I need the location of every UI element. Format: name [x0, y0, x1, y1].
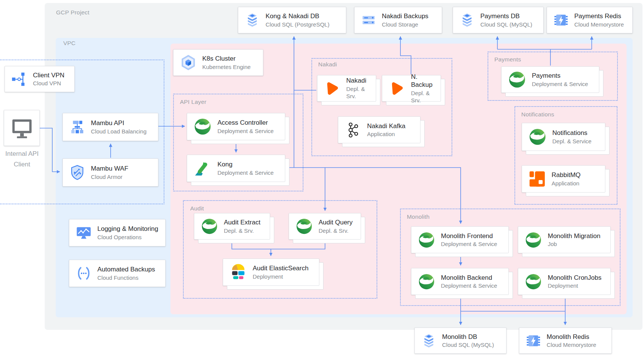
- cloud-functions-icon: [76, 265, 92, 281]
- card-mambu-api: Mambu APICloud Load Balancing: [63, 113, 158, 141]
- kafka-icon: [345, 122, 361, 138]
- cloud-armor-icon: [69, 165, 85, 180]
- card-monolith-redis: Monolith RedisCloud Memorystore: [519, 328, 612, 354]
- cloud-sql-icon: [245, 13, 260, 28]
- green-service-icon: [528, 128, 547, 146]
- card-mambu-waf: Mambu WAFCloud Armor: [63, 158, 158, 187]
- card-payments-service: PaymentsDeployment & Service: [501, 66, 599, 93]
- kong-icon: [194, 159, 212, 177]
- card-automated-backups: Automated BackupsCloud Functions: [69, 260, 166, 287]
- card-payments-redis: Payments RedisCloud Memorystore: [547, 7, 633, 33]
- cloud-memorystore-icon: [526, 333, 541, 348]
- vpc-label: VPC: [63, 40, 75, 47]
- gcp-project-label: GCP Project: [56, 9, 89, 16]
- card-monolith-cronjobs: Monolith CronJobsDeployment: [518, 268, 611, 295]
- card-logging-monitoring: Logging & MonitoringCloud Operations: [69, 219, 166, 246]
- rabbitmq-icon: [528, 170, 546, 188]
- card-audit-query: Audit QueryDepl. & Srv.: [289, 213, 361, 240]
- card-notifications-service: NotificationsDepl. & Service: [522, 123, 605, 151]
- audit-label: Audit: [190, 205, 204, 212]
- card-audit-extract: Audit ExtractDepl. & Srv.: [194, 213, 270, 240]
- card-access-controller: Access ControllerDeployment & Service: [187, 113, 285, 140]
- card-nakadi-backups: Nakadi BackupsCloud Storage: [354, 7, 442, 33]
- card-k8s-cluster: K8s ClusterKubernetes Engine: [173, 49, 263, 76]
- cloud-load-balancing-icon: [69, 119, 85, 135]
- cloud-memorystore-icon: [553, 13, 569, 28]
- card-monolith-migration: Monolith MigrationJob: [518, 226, 611, 253]
- green-service-icon: [295, 218, 313, 235]
- card-monolith-db: Monolith DBCloud SQL (MySQL): [414, 328, 506, 354]
- card-nakadi-kafka: Nakadi KafkaApplication: [338, 116, 420, 143]
- green-service-icon: [508, 71, 526, 89]
- cloud-storage-icon: [361, 13, 376, 28]
- nakadi-label: Nakadi: [318, 61, 337, 68]
- card-kong-nakadi-db: Kong & Nakadi DBCloud SQL (PostgreSQL): [238, 7, 346, 33]
- card-n-backup: N. BackupDepl. & Srv.: [382, 75, 441, 102]
- desktop-monitor-icon: [11, 117, 33, 139]
- nakadi-icon: [389, 80, 405, 97]
- green-service-icon: [525, 231, 542, 249]
- green-service-icon: [418, 231, 435, 249]
- card-payments-db: Payments DBCloud SQL (MySQL): [453, 7, 544, 33]
- card-client-vpn: Client VPNCloud VPN: [5, 66, 75, 92]
- elasticsearch-icon: [230, 263, 247, 281]
- card-internal-api-client: [4, 110, 40, 146]
- cloud-operations-icon: [76, 225, 92, 241]
- notifications-label: Notifications: [521, 111, 554, 118]
- green-service-icon: [194, 118, 212, 136]
- card-audit-elasticsearch: Audit ElasticSearchDeployment: [223, 259, 319, 286]
- api-layer-label: API Layer: [180, 99, 206, 105]
- card-monolith-frontend: Monolith FrontendDeployment & Service: [411, 226, 509, 253]
- monolith-label: Monolith: [407, 213, 430, 220]
- cloud-sql-icon: [421, 333, 436, 348]
- internal-api-client-label: Internal API Client: [0, 149, 44, 170]
- cloud-sql-icon: [460, 13, 475, 28]
- edge-audit-bottoms: [232, 240, 325, 249]
- cloud-vpn-icon: [11, 71, 27, 87]
- card-kong: KongDeployment & Service: [187, 155, 285, 182]
- edge-nbackup-to-nakadi-backups: [400, 36, 411, 74]
- nakadi-icon: [324, 80, 341, 97]
- card-nakadi: NakadiDepl. & Srv.: [317, 75, 376, 102]
- kubernetes-engine-icon: [180, 54, 197, 71]
- green-service-icon: [525, 273, 542, 290]
- green-service-icon: [201, 218, 218, 235]
- green-service-icon: [418, 273, 435, 290]
- card-rabbitmq: RabbitMQApplication: [522, 165, 605, 193]
- payments-label: Payments: [494, 56, 521, 63]
- card-monolith-backend: Monolith BackendDeployment & Service: [411, 268, 509, 295]
